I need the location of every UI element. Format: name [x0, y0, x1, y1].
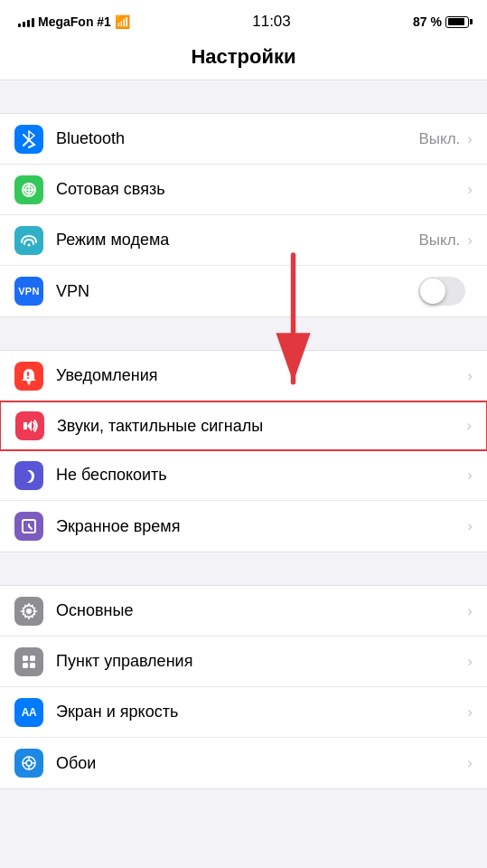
notifications-label: Уведомления: [56, 366, 467, 385]
status-bar: MegaFon #1 📶 11:03 87 %: [0, 0, 487, 38]
hotspot-chevron: ›: [467, 231, 473, 250]
notifications-chevron: ›: [467, 367, 473, 385]
settings-item-wallpaper[interactable]: Обои ›: [0, 738, 487, 788]
section-gap-1: [0, 80, 487, 113]
sounds-icon: [15, 411, 44, 440]
svg-rect-15: [23, 656, 28, 661]
display-label: Экран и яркость: [56, 703, 467, 722]
svg-point-6: [28, 382, 31, 384]
wallpaper-icon: [14, 749, 43, 778]
bluetooth-chevron: ›: [467, 130, 473, 148]
controlcenter-chevron: ›: [467, 653, 473, 671]
controlcenter-icon: [14, 647, 43, 676]
status-right: 87 %: [413, 14, 469, 29]
carrier-label: MegaFon #1: [38, 14, 111, 29]
settings-item-cellular[interactable]: Сотовая связь ›: [0, 165, 487, 215]
general-label: Основные: [56, 601, 467, 620]
svg-marker-9: [23, 422, 27, 429]
section-gap-2: [0, 317, 487, 350]
settings-item-sounds[interactable]: Звуки, тактильные сигналы ›: [0, 401, 487, 451]
donotdisturb-chevron: ›: [467, 467, 473, 485]
svg-rect-17: [23, 663, 28, 668]
bluetooth-value: Выкл.: [418, 130, 460, 148]
settings-item-display[interactable]: AA Экран и яркость ›: [0, 687, 487, 738]
cellular-icon: [14, 175, 43, 204]
sounds-chevron: ›: [466, 417, 472, 435]
controlcenter-label: Пункт управления: [56, 652, 467, 671]
hotspot-icon: [14, 226, 43, 255]
notifications-icon: [14, 362, 43, 391]
settings-item-bluetooth[interactable]: Bluetooth Выкл. ›: [0, 114, 487, 165]
section-gap-3: [0, 552, 487, 585]
signal-bars-icon: [18, 16, 34, 27]
settings-item-notifications[interactable]: Уведомления ›: [0, 351, 487, 401]
screentime-icon: [14, 512, 43, 541]
svg-rect-16: [30, 656, 35, 661]
donotdisturb-icon: [14, 461, 43, 490]
vpn-icon: VPN: [14, 277, 43, 306]
hotspot-value: Выкл.: [418, 231, 460, 250]
svg-line-13: [29, 526, 32, 529]
cellular-chevron: ›: [467, 181, 473, 199]
settings-item-hotspot[interactable]: Режим модема Выкл. ›: [0, 215, 487, 266]
screentime-label: Экранное время: [56, 517, 467, 536]
status-left: MegaFon #1 📶: [18, 14, 130, 29]
sounds-label: Звуки, тактильные сигналы: [57, 417, 466, 436]
display-icon: AA: [14, 698, 43, 727]
hotspot-label: Режим модема: [56, 231, 418, 250]
svg-marker-10: [27, 420, 32, 431]
display-chevron: ›: [467, 703, 473, 722]
wallpaper-chevron: ›: [467, 754, 473, 772]
svg-rect-5: [27, 380, 32, 382]
settings-item-controlcenter[interactable]: Пункт управления ›: [0, 637, 487, 687]
settings-item-general[interactable]: Основные ›: [0, 586, 487, 637]
bluetooth-icon: [14, 125, 43, 154]
wifi-icon: 📶: [115, 14, 130, 29]
svg-rect-7: [27, 372, 29, 376]
screentime-chevron: ›: [467, 517, 473, 535]
battery-icon: [445, 16, 469, 28]
svg-point-4: [28, 243, 31, 246]
vpn-label: VPN: [56, 282, 418, 301]
donotdisturb-label: Не беспокоить: [56, 466, 467, 485]
settings-item-vpn[interactable]: VPN VPN: [0, 266, 487, 316]
svg-point-8: [27, 377, 29, 379]
bluetooth-label: Bluetooth: [56, 129, 418, 148]
settings-item-donotdisturb[interactable]: Не беспокоить ›: [0, 450, 487, 501]
settings-group-general: Основные › Пункт управления › AA Экран и…: [0, 585, 487, 789]
general-icon: [14, 597, 43, 626]
cellular-label: Сотовая связь: [56, 180, 467, 199]
svg-point-14: [26, 609, 32, 614]
wallpaper-label: Обои: [56, 754, 467, 773]
settings-group-notifications: Уведомления › Звуки, тактильные сигналы …: [0, 350, 487, 552]
settings-item-screentime[interactable]: Экранное время ›: [0, 501, 487, 552]
svg-point-20: [26, 760, 32, 766]
status-time: 11:03: [252, 13, 291, 31]
page-title: Настройки: [0, 38, 487, 80]
vpn-toggle[interactable]: [418, 277, 465, 306]
battery-percent: 87 %: [413, 14, 442, 29]
svg-rect-18: [30, 663, 35, 668]
settings-group-connectivity: Bluetooth Выкл. › Сотовая связь ›: [0, 113, 487, 317]
general-chevron: ›: [467, 602, 473, 620]
